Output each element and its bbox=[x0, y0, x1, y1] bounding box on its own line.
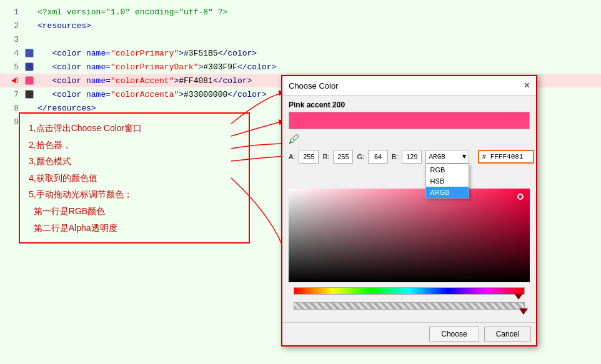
line-content-5: <color name="colorPrimaryDark">#303F9F</… bbox=[37, 62, 276, 72]
annotation-line-3: 3,颜色模式 bbox=[29, 153, 240, 170]
line-number-7: 7 bbox=[0, 90, 25, 99]
line-number-5: 5 bbox=[0, 62, 25, 72]
line-number-1: 1 bbox=[0, 7, 25, 17]
line-number-3: 3 bbox=[0, 35, 25, 44]
color-name-label: Pink accent 200 bbox=[289, 101, 530, 109]
mode-select-wrapper: ARGB ▼ RGB HSB ARGB bbox=[425, 150, 469, 164]
choose-color-dialog: Choose Color × Pink accent 200 🖊 A: R: G… bbox=[281, 75, 537, 347]
annotation-box: 1,点击弹出Choose Color窗口 2,拾色器， 3,颜色模式 4,获取到… bbox=[19, 112, 250, 243]
color-dot-4 bbox=[25, 49, 34, 57]
gradient-background bbox=[289, 189, 530, 282]
annotation-line-4: 4,获取到的颜色值 bbox=[29, 170, 240, 187]
hex-input[interactable] bbox=[478, 150, 534, 164]
controls-row: A: R: G: B: ARGB ▼ RGB HSB ARGB bbox=[289, 150, 530, 164]
line-4: 4 <color name="colorPrimary">#3F51B5</co… bbox=[0, 46, 601, 60]
dialog-body: Pink accent 200 🖊 A: R: G: B: ARGB ▼ bbox=[282, 96, 536, 322]
alpha-slider-thumb bbox=[519, 308, 528, 315]
dialog-title: Choose Color bbox=[289, 81, 339, 91]
line-1: 1 <?xml version="1.0" encoding="utf-8" ?… bbox=[0, 5, 601, 19]
color-dot-5 bbox=[25, 62, 34, 71]
line-content-7: <color name="colorAccenta">#33000000</co… bbox=[37, 90, 267, 99]
g-label: G: bbox=[357, 153, 364, 160]
b-input[interactable] bbox=[402, 150, 422, 164]
line-number-4: 4 bbox=[0, 49, 25, 58]
mode-option-hsb[interactable]: HSB bbox=[426, 175, 469, 187]
dialog-close-button[interactable]: × bbox=[524, 80, 530, 91]
color-dot-7 bbox=[25, 90, 34, 99]
annotation-line-7: 第二行是Alpha透明度 bbox=[29, 220, 240, 237]
line-content-4: <color name="colorPrimary">#3F51B5</colo… bbox=[37, 49, 257, 58]
r-label: R: bbox=[322, 153, 329, 160]
line-5: 5 <color name="colorPrimaryDark">#303F9F… bbox=[0, 60, 601, 74]
cancel-button[interactable]: Cancel bbox=[484, 327, 531, 342]
eyedropper-icon[interactable]: 🖊 bbox=[289, 133, 300, 146]
dropdown-arrow-icon: ▼ bbox=[462, 153, 467, 160]
color-gradient-picker[interactable] bbox=[289, 189, 530, 282]
color-dot-6 bbox=[25, 76, 34, 85]
line-content-6: <color name="colorAccent">#FF4081</color… bbox=[37, 76, 252, 86]
hue-slider-thumb bbox=[514, 293, 523, 300]
a-input[interactable] bbox=[299, 150, 319, 164]
hue-slider-row bbox=[289, 287, 530, 298]
eyedropper-row: 🖊 bbox=[289, 133, 530, 146]
line-content-1: <?xml version="1.0" encoding="utf-8" ?> bbox=[37, 7, 227, 17]
g-input[interactable] bbox=[368, 150, 388, 164]
choose-button[interactable]: Choose bbox=[429, 327, 479, 342]
annotation-line-5: 5,手动拖动光标调节颜色； bbox=[29, 186, 240, 203]
line-content-2: <resources> bbox=[37, 21, 91, 31]
mode-display-value: ARGB bbox=[429, 153, 445, 160]
annotation-line-2: 2,拾色器， bbox=[29, 137, 240, 154]
annotation-line-6: 第一行是RGB颜色 bbox=[29, 203, 240, 220]
line-2: 2 <resources> bbox=[0, 19, 601, 32]
color-preview-bar bbox=[289, 112, 530, 129]
line-number-8: 8 bbox=[0, 104, 25, 113]
mode-option-argb[interactable]: ARGB bbox=[426, 187, 469, 198]
line-3: 3 bbox=[0, 32, 601, 46]
annotation-line-1: 1,点击弹出Choose Color窗口 bbox=[29, 120, 240, 137]
mode-option-rgb[interactable]: RGB bbox=[426, 164, 469, 175]
mode-dropdown-menu: RGB HSB ARGB bbox=[425, 164, 469, 199]
a-label: A: bbox=[289, 153, 295, 160]
line-content-8: </resources> bbox=[37, 104, 96, 113]
alpha-slider-row bbox=[289, 302, 530, 313]
dialog-titlebar: Choose Color × bbox=[282, 76, 536, 96]
arrow-6: ◄ bbox=[11, 76, 16, 86]
b-label: B: bbox=[392, 153, 398, 160]
alpha-track[interactable] bbox=[294, 302, 525, 310]
line-number-2: 2 bbox=[0, 21, 25, 31]
r-input[interactable] bbox=[333, 150, 353, 164]
dialog-buttons: Choose Cancel bbox=[282, 322, 536, 345]
hue-track[interactable] bbox=[294, 287, 525, 295]
mode-select-display[interactable]: ARGB ▼ bbox=[425, 150, 469, 164]
